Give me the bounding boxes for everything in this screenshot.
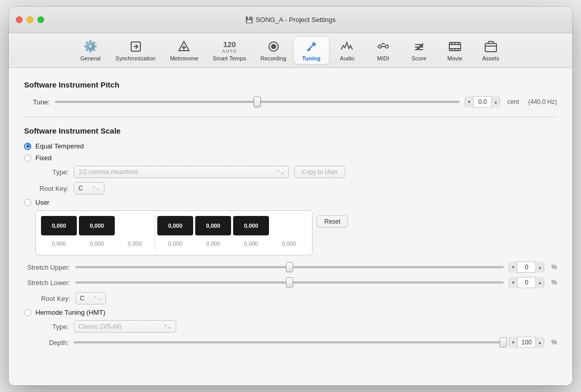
toolbar-label-assets: Assets	[482, 55, 499, 61]
toolbar-label-general: General	[80, 55, 100, 61]
tune-slider-thumb[interactable]	[254, 97, 261, 107]
stretch-upper-thumb[interactable]	[286, 262, 293, 272]
divider-1	[24, 117, 557, 117]
toolbar-item-audio[interactable]: Audio	[329, 37, 365, 64]
piano-spacer-b	[271, 216, 307, 235]
piano-white-key-c[interactable]: 0,000	[41, 236, 77, 251]
piano-key-csharp: 0,000 0,000	[40, 215, 78, 251]
type-value: 1/2-comma meantone	[78, 168, 276, 176]
piano-white-key-g[interactable]: 0,000	[195, 236, 231, 251]
radio-equal-input[interactable]	[24, 143, 31, 150]
toolbar-item-movie[interactable]: Movie	[437, 37, 473, 64]
scale-section: Software Instrument Scale Equal Tempered…	[24, 126, 557, 348]
toolbar-item-tuning[interactable]: Tuning	[294, 36, 329, 64]
piano-black-key-fsharp[interactable]: 0,000	[157, 216, 193, 235]
maximize-button[interactable]	[37, 16, 44, 23]
main-content: Software Instrument Pitch Tune: ▼ 0,0 ▲ …	[9, 68, 572, 385]
root-key-select[interactable]: C ⌃⌄	[74, 182, 105, 194]
type-select[interactable]: 1/2-comma meantone ⌃⌄	[74, 166, 289, 178]
svg-point-8	[385, 45, 388, 48]
stretch-lower-thumb[interactable]	[286, 277, 293, 288]
hmt-depth-label: Depth:	[35, 339, 69, 346]
piano-black-key-csharp[interactable]: 0,000	[41, 216, 77, 235]
piano-white-key-b[interactable]: 0,000	[271, 236, 307, 251]
stretch-lower-decrease-btn[interactable]: ▼	[509, 277, 517, 288]
hmt-type-arrows-icon: ⌃⌄	[163, 324, 172, 330]
svg-point-5	[272, 45, 276, 49]
copy-to-user-btn[interactable]: Copy to User	[294, 166, 345, 178]
toolbar-item-assets[interactable]: Assets	[473, 37, 509, 64]
toolbar-label-smart-tempo: Smart Tempo	[213, 55, 246, 61]
toolbar-item-smart-tempo[interactable]: 120 AUTO Smart Tempo	[205, 37, 253, 64]
midi-icon	[377, 39, 390, 54]
piano-white-key-a[interactable]: 0,000	[233, 236, 269, 251]
toolbar-item-synchronization[interactable]: Synchronization	[108, 37, 162, 64]
toolbar-label-sync: Synchronization	[115, 55, 155, 61]
toolbar-item-recording[interactable]: Recording	[254, 37, 294, 64]
hmt-depth-control[interactable]: ▼ 100 ▲	[509, 337, 544, 348]
toolbar-label-movie: Movie	[447, 55, 462, 61]
tune-decrease-btn[interactable]: ▼	[465, 96, 473, 107]
root-key2-row: Root Key: C ⌃⌄	[24, 292, 557, 304]
piano-black-key-asharp[interactable]: 0,000	[233, 216, 269, 235]
piano-key-fsharp: 0,000 0,000	[156, 215, 194, 251]
hmt-type-select[interactable]: Classic (3/5-All) ⌃⌄	[74, 320, 176, 333]
hermode-radio-input[interactable]	[24, 309, 31, 316]
stretch-upper-increase-btn[interactable]: ▲	[535, 262, 544, 273]
piano-key-e: 0,000	[116, 215, 154, 251]
stretch-lower-row: Stretch Lower: ▼ 0 ▲ %	[24, 277, 557, 288]
toolbar-label-midi: MIDI	[377, 55, 389, 61]
piano-white-key-e[interactable]: 0,000	[117, 236, 153, 251]
hmt-depth-decrease-btn[interactable]: ▼	[509, 337, 517, 348]
tune-unit: cent	[507, 98, 519, 105]
toolbar-label-audio: Audio	[340, 55, 355, 61]
toolbar-item-general[interactable]: ⚙️ General	[72, 37, 108, 64]
root-key2-select[interactable]: C ⌃⌄	[75, 292, 106, 304]
piano-white-key-d[interactable]: 0,000	[79, 236, 115, 251]
stretch-upper-control[interactable]: ▼ 0 ▲	[509, 262, 544, 273]
hermode-row: Hermode Tuning (HMT)	[24, 309, 557, 316]
minimize-button[interactable]	[27, 16, 33, 23]
piano-row: 0,000 0,000 0,000 0,000	[24, 210, 557, 262]
tune-slider-track	[55, 101, 460, 103]
root-key-value: C	[78, 185, 92, 192]
stretch-upper-decrease-btn[interactable]: ▼	[509, 262, 517, 273]
piano-white-key-f[interactable]: 0,000	[157, 236, 193, 251]
toolbar-item-midi[interactable]: MIDI	[365, 37, 401, 64]
main-window: 💾 SONG_A - Project Settings ⚙️ General S…	[9, 7, 572, 385]
toolbar-item-score[interactable]: Score	[401, 37, 437, 64]
hermode-label: Hermode Tuning (HMT)	[35, 309, 106, 316]
stretch-lower-increase-btn[interactable]: ▲	[535, 277, 544, 288]
tune-slider-container	[55, 97, 460, 107]
close-button[interactable]	[16, 16, 23, 23]
audio-icon	[340, 39, 355, 54]
piano-spacer-e	[117, 216, 153, 235]
toolbar-label-recording: Recording	[261, 55, 286, 61]
tune-value-control[interactable]: ▼ 0,0 ▲	[465, 96, 500, 107]
piano-black-key-dsharp[interactable]: 0,000	[79, 216, 115, 235]
radio-user-row: User	[24, 199, 557, 206]
sync-icon	[130, 39, 142, 54]
assets-icon	[484, 39, 497, 54]
toolbar-item-metronome[interactable]: Metronome	[163, 37, 206, 64]
recording-icon	[267, 39, 280, 54]
stretch-lower-control[interactable]: ▼ 0 ▲	[509, 277, 544, 288]
svg-point-6	[308, 49, 310, 51]
hmt-type-row: Type: Classic (3/5-All) ⌃⌄	[35, 320, 557, 333]
type-arrows-icon: ⌃⌄	[276, 169, 284, 175]
stretch-upper-slider	[75, 262, 504, 272]
stretch-upper-track	[75, 266, 504, 268]
piano-black-key-gsharp[interactable]: 0,000	[195, 216, 231, 235]
piano-key-gsharp: 0,000 0,000	[194, 215, 232, 251]
reset-btn[interactable]: Reset	[317, 215, 348, 228]
stretch-upper-label: Stretch Upper:	[24, 264, 70, 271]
hmt-depth-thumb[interactable]	[500, 337, 507, 347]
hmt-type-value: Classic (3/5-All)	[78, 323, 163, 330]
stretch-upper-value: 0	[517, 264, 535, 271]
radio-fixed-input[interactable]	[24, 155, 31, 162]
radio-user-input[interactable]	[24, 199, 31, 206]
metronome-icon	[178, 39, 190, 54]
tune-row: Tune: ▼ 0,0 ▲ cent (440,0 Hz)	[24, 96, 557, 107]
tune-increase-btn[interactable]: ▲	[491, 96, 500, 107]
hmt-depth-increase-btn[interactable]: ▲	[535, 337, 544, 348]
